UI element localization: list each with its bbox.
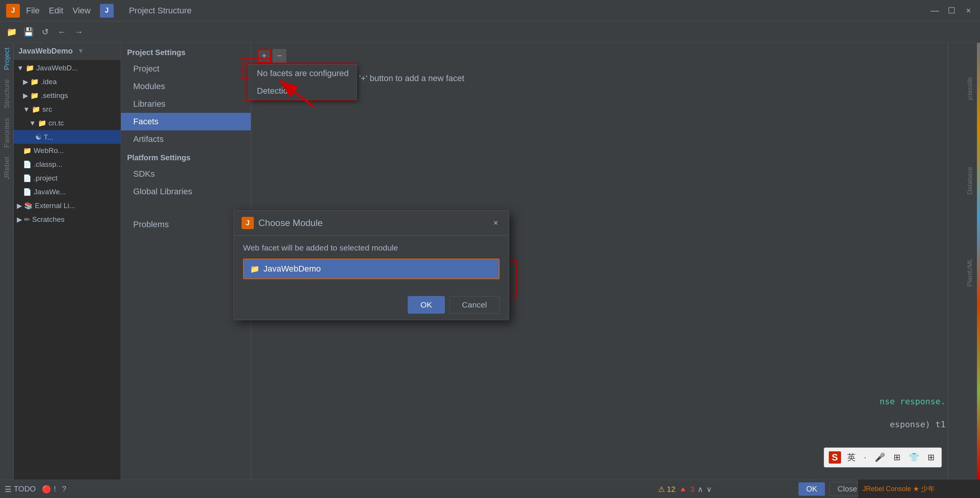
- bottom-bar: ☰ TODO 🔴 ! ? OK Close ⚠ 12 🔺 3 ∧ ∨ JRebe…: [0, 480, 980, 498]
- modal-title: Choose Module: [258, 218, 490, 228]
- menu-edit[interactable]: Edit: [49, 6, 63, 16]
- status-ok-btn[interactable]: OK: [799, 482, 825, 496]
- window-title: Project Structure: [129, 6, 192, 16]
- close-btn[interactable]: ×: [963, 5, 974, 16]
- side-tab-project[interactable]: Project: [3, 43, 11, 75]
- tree-item-scratches[interactable]: ▶ ✏ Scratches: [14, 213, 121, 226]
- window-controls: — ☐ ×: [929, 5, 974, 16]
- code-line-2: esponse) t1: [890, 420, 946, 429]
- ime-mic[interactable]: 🎤: [872, 452, 887, 463]
- module-item-javawebdemo[interactable]: 📁 JavaWebDemo: [244, 259, 499, 278]
- bottom-error[interactable]: 🔴 !: [42, 485, 56, 494]
- main-toolbar: 📁 💾 ↺ ← →: [0, 21, 980, 43]
- ps-item-modules[interactable]: Modules: [121, 78, 251, 95]
- minimize-btn[interactable]: —: [929, 5, 940, 16]
- error-count: 🔺 3: [678, 485, 694, 494]
- ps-item-sdks[interactable]: SDKs: [121, 165, 251, 183]
- module-item-label: JavaWebDemo: [263, 264, 321, 274]
- tree-item-t[interactable]: ☯ T...: [14, 130, 121, 144]
- tree-item-classpath[interactable]: 📄 .classp...: [14, 158, 121, 171]
- tree-item-root[interactable]: ▼ 📁 JavaWebD...: [14, 61, 121, 75]
- code-snippet-area-2: esponse) t1: [890, 420, 946, 429]
- titlebar: J File Edit View J Project Structure — ☐…: [0, 0, 980, 21]
- modal-desc: Web facet will be added to selected modu…: [243, 243, 500, 252]
- ps-toolbar: + −: [257, 49, 942, 63]
- ps-remove-btn[interactable]: −: [273, 49, 286, 63]
- todo-label: TODO: [14, 485, 36, 493]
- module-folder-icon: 📁: [250, 264, 260, 273]
- ps-add-btn[interactable]: +: [257, 49, 271, 63]
- tree-item-idea[interactable]: ▶ 📁 .idea: [14, 75, 121, 89]
- bottom-help[interactable]: ?: [62, 485, 66, 493]
- dropdown-detection[interactable]: Detection: [249, 82, 356, 100]
- toolbar-refresh[interactable]: ↺: [38, 25, 52, 39]
- ps-item-libraries[interactable]: Libraries: [121, 95, 251, 113]
- tree-item-settings[interactable]: ▶ 📁 .settings: [14, 89, 121, 103]
- tree-item-webro[interactable]: 📁 WebRo...: [14, 144, 121, 158]
- right-tab-plantuml[interactable]: PlantUML: [966, 254, 974, 291]
- ime-dot: ·: [862, 452, 869, 463]
- module-list: 📁 JavaWebDemo: [243, 259, 500, 279]
- ps-item-problems[interactable]: Problems: [121, 216, 251, 233]
- toolbar-back[interactable]: ←: [55, 25, 69, 39]
- left-side-strip: Project Structure Favorites JRebel: [0, 43, 14, 480]
- tree-item-src[interactable]: ▼ 📁 src: [14, 103, 121, 116]
- ps-section-platform-settings: Platform Settings: [121, 148, 251, 165]
- modal-body: Web facet will be added to selected modu…: [234, 236, 509, 290]
- error-indicator: !: [54, 485, 56, 493]
- ime-grid1[interactable]: ⊞: [891, 452, 903, 463]
- right-tab-database[interactable]: Database: [966, 162, 974, 199]
- app-icon: J: [6, 4, 20, 18]
- app-icon-2: J: [100, 4, 114, 18]
- right-tab-jclasslib[interactable]: jclasslib: [966, 73, 974, 105]
- ps-sidebar: Project Settings Project Modules Librari…: [121, 43, 251, 480]
- tree-item-project[interactable]: 📄 .project: [14, 171, 121, 185]
- modal-cancel-btn[interactable]: Cancel: [449, 296, 500, 314]
- warning-count: ⚠ 12: [658, 485, 676, 494]
- ps-item-project[interactable]: Project: [121, 60, 251, 78]
- bottom-todo[interactable]: ☰ TODO: [5, 485, 36, 494]
- menu-bar: File Edit View: [26, 6, 91, 16]
- toolbar-save[interactable]: 💾: [21, 25, 35, 39]
- project-tree: ▼ 📁 JavaWebD... ▶ 📁 .idea ▶ 📁 .settings …: [14, 60, 121, 480]
- ime-logo: S: [829, 451, 841, 464]
- modal-close-btn[interactable]: ×: [490, 218, 501, 228]
- toolbar-open[interactable]: 📁: [5, 25, 18, 39]
- ime-apps[interactable]: ⊞: [925, 452, 937, 463]
- side-tab-structure[interactable]: Structure: [3, 75, 11, 113]
- toolbar-forward[interactable]: →: [72, 25, 86, 39]
- tree-item-javawe[interactable]: 📄 JavaWe...: [14, 185, 121, 199]
- modal-app-icon: J: [242, 217, 254, 229]
- side-tab-favorites[interactable]: Favorites: [3, 113, 11, 152]
- ime-toolbar: S 英 · 🎤 ⊞ 👕 ⊞: [824, 448, 942, 467]
- right-panel-tools: jclasslib Database PlantUML: [948, 43, 980, 480]
- tree-item-external[interactable]: ▶ 📚 External Li...: [14, 199, 121, 213]
- project-panel-title: JavaWebDemo: [18, 47, 73, 55]
- choose-module-modal: J Choose Module × Web facet will be adde…: [234, 210, 509, 320]
- ps-item-facets[interactable]: Facets: [121, 113, 251, 130]
- menu-file[interactable]: File: [26, 6, 39, 16]
- modal-header: J Choose Module ×: [234, 211, 509, 236]
- code-line-1: nse response.: [880, 397, 946, 406]
- ime-shirt[interactable]: 👕: [906, 452, 921, 463]
- ps-item-artifacts[interactable]: Artifacts: [121, 130, 251, 148]
- jrebel-console-label: JRebel Console ★ 少年: [862, 484, 935, 493]
- menu-view[interactable]: View: [72, 6, 90, 16]
- ps-item-global-libraries[interactable]: Global Libraries: [121, 183, 251, 200]
- dropdown-no-facets[interactable]: No facets are configured: [249, 65, 356, 82]
- todo-icon: ☰: [5, 485, 11, 494]
- tree-item-cntc[interactable]: ▼ 📁 cn.tc: [14, 116, 121, 130]
- project-panel-header: JavaWebDemo ▼: [14, 43, 121, 60]
- maximize-btn[interactable]: ☐: [946, 5, 957, 16]
- ime-lang[interactable]: 英: [845, 451, 858, 464]
- side-tab-jrebel[interactable]: JRebel: [3, 152, 11, 184]
- dropdown-popup: No facets are configured Detection: [249, 64, 357, 100]
- modal-ok-btn[interactable]: OK: [408, 296, 444, 314]
- help-icon: ?: [62, 485, 66, 493]
- project-panel: JavaWebDemo ▼ ▼ 📁 JavaWebD... ▶ 📁 .idea …: [14, 43, 121, 480]
- ps-section-project-settings: Project Settings: [121, 43, 251, 60]
- expand-icon[interactable]: ∧: [697, 485, 703, 494]
- code-snippet-area: nse response.: [880, 397, 946, 406]
- modal-footer: OK Cancel: [234, 290, 509, 320]
- collapse-icon[interactable]: ∨: [706, 485, 712, 494]
